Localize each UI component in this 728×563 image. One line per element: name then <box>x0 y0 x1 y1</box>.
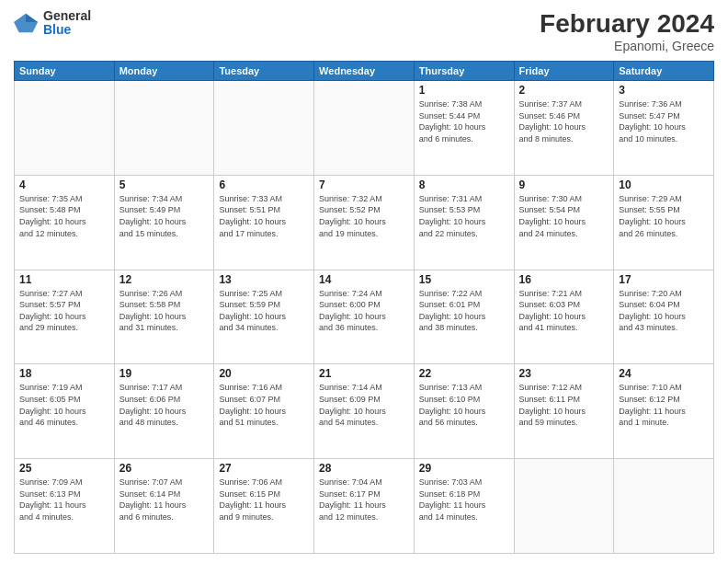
day-info: Sunrise: 7:13 AM Sunset: 6:10 PM Dayligh… <box>419 382 509 428</box>
day-info: Sunrise: 7:31 AM Sunset: 5:53 PM Dayligh… <box>419 193 509 239</box>
day-info: Sunrise: 7:24 AM Sunset: 6:00 PM Dayligh… <box>319 288 409 334</box>
calendar-cell: 13Sunrise: 7:25 AM Sunset: 5:59 PM Dayli… <box>214 270 314 364</box>
day-number: 3 <box>619 84 709 97</box>
calendar-header-monday: Monday <box>114 62 214 81</box>
day-info: Sunrise: 7:10 AM Sunset: 6:12 PM Dayligh… <box>619 382 709 428</box>
calendar-cell: 12Sunrise: 7:26 AM Sunset: 5:58 PM Dayli… <box>114 270 214 364</box>
calendar-cell: 2Sunrise: 7:37 AM Sunset: 5:46 PM Daylig… <box>514 81 614 176</box>
calendar-cell: 14Sunrise: 7:24 AM Sunset: 6:00 PM Dayli… <box>314 270 415 364</box>
calendar-week-row: 1Sunrise: 7:38 AM Sunset: 5:44 PM Daylig… <box>15 81 714 176</box>
calendar-cell: 24Sunrise: 7:10 AM Sunset: 6:12 PM Dayli… <box>614 364 714 459</box>
calendar-cell: 21Sunrise: 7:14 AM Sunset: 6:09 PM Dayli… <box>314 364 415 459</box>
calendar-table: SundayMondayTuesdayWednesdayThursdayFrid… <box>14 61 714 554</box>
day-info: Sunrise: 7:06 AM Sunset: 6:15 PM Dayligh… <box>219 477 309 523</box>
calendar-week-row: 18Sunrise: 7:19 AM Sunset: 6:05 PM Dayli… <box>15 364 714 459</box>
day-info: Sunrise: 7:27 AM Sunset: 5:57 PM Dayligh… <box>19 288 109 334</box>
subtitle: Epanomi, Greece <box>540 39 714 53</box>
logo-text: General Blue <box>43 9 91 38</box>
day-number: 8 <box>419 178 509 191</box>
calendar-cell <box>15 81 115 176</box>
day-info: Sunrise: 7:21 AM Sunset: 6:03 PM Dayligh… <box>519 288 609 334</box>
day-number: 1 <box>419 84 509 97</box>
calendar-header-tuesday: Tuesday <box>214 62 314 81</box>
day-info: Sunrise: 7:35 AM Sunset: 5:48 PM Dayligh… <box>19 193 109 239</box>
calendar-cell: 11Sunrise: 7:27 AM Sunset: 5:57 PM Dayli… <box>15 270 115 364</box>
day-info: Sunrise: 7:20 AM Sunset: 6:04 PM Dayligh… <box>619 288 709 334</box>
day-number: 27 <box>219 462 309 475</box>
calendar-cell: 3Sunrise: 7:36 AM Sunset: 5:47 PM Daylig… <box>614 81 714 176</box>
calendar-cell: 26Sunrise: 7:07 AM Sunset: 6:14 PM Dayli… <box>114 459 214 554</box>
calendar-cell <box>514 459 614 554</box>
logo-general: General <box>43 9 91 23</box>
day-number: 10 <box>619 178 709 191</box>
day-number: 19 <box>119 367 210 380</box>
day-number: 28 <box>319 462 409 475</box>
calendar-cell: 28Sunrise: 7:04 AM Sunset: 6:17 PM Dayli… <box>314 459 415 554</box>
logo: General Blue <box>14 9 91 38</box>
header: General Blue February 2024 Epanomi, Gree… <box>14 9 714 53</box>
calendar-cell: 23Sunrise: 7:12 AM Sunset: 6:11 PM Dayli… <box>514 364 614 459</box>
day-number: 17 <box>619 273 709 286</box>
logo-icon <box>14 10 40 36</box>
day-info: Sunrise: 7:14 AM Sunset: 6:09 PM Dayligh… <box>319 382 409 428</box>
day-number: 23 <box>519 367 609 380</box>
calendar-cell: 17Sunrise: 7:20 AM Sunset: 6:04 PM Dayli… <box>614 270 714 364</box>
calendar-header-friday: Friday <box>514 62 614 81</box>
calendar-cell: 20Sunrise: 7:16 AM Sunset: 6:07 PM Dayli… <box>214 364 314 459</box>
day-info: Sunrise: 7:07 AM Sunset: 6:14 PM Dayligh… <box>119 477 210 523</box>
day-number: 25 <box>19 462 109 475</box>
calendar-cell: 25Sunrise: 7:09 AM Sunset: 6:13 PM Dayli… <box>15 459 115 554</box>
day-info: Sunrise: 7:16 AM Sunset: 6:07 PM Dayligh… <box>219 382 309 428</box>
day-info: Sunrise: 7:38 AM Sunset: 5:44 PM Dayligh… <box>419 98 509 144</box>
day-info: Sunrise: 7:04 AM Sunset: 6:17 PM Dayligh… <box>319 477 409 523</box>
calendar-cell <box>214 81 314 176</box>
day-number: 26 <box>119 462 210 475</box>
calendar-cell: 16Sunrise: 7:21 AM Sunset: 6:03 PM Dayli… <box>514 270 614 364</box>
calendar-cell: 6Sunrise: 7:33 AM Sunset: 5:51 PM Daylig… <box>214 175 314 270</box>
day-info: Sunrise: 7:26 AM Sunset: 5:58 PM Dayligh… <box>119 288 210 334</box>
day-number: 22 <box>419 367 509 380</box>
page: General Blue February 2024 Epanomi, Gree… <box>0 0 728 563</box>
day-info: Sunrise: 7:32 AM Sunset: 5:52 PM Dayligh… <box>319 193 409 239</box>
day-number: 16 <box>519 273 609 286</box>
day-info: Sunrise: 7:29 AM Sunset: 5:55 PM Dayligh… <box>619 193 709 239</box>
day-number: 11 <box>19 273 109 286</box>
day-info: Sunrise: 7:30 AM Sunset: 5:54 PM Dayligh… <box>519 193 609 239</box>
calendar-cell: 4Sunrise: 7:35 AM Sunset: 5:48 PM Daylig… <box>15 175 115 270</box>
calendar-week-row: 25Sunrise: 7:09 AM Sunset: 6:13 PM Dayli… <box>15 459 714 554</box>
day-info: Sunrise: 7:17 AM Sunset: 6:06 PM Dayligh… <box>119 382 210 428</box>
calendar-cell: 10Sunrise: 7:29 AM Sunset: 5:55 PM Dayli… <box>614 175 714 270</box>
day-number: 15 <box>419 273 509 286</box>
day-number: 29 <box>419 462 509 475</box>
calendar-cell: 22Sunrise: 7:13 AM Sunset: 6:10 PM Dayli… <box>414 364 514 459</box>
main-title: February 2024 <box>540 9 714 39</box>
day-info: Sunrise: 7:37 AM Sunset: 5:46 PM Dayligh… <box>519 98 609 144</box>
calendar-header-wednesday: Wednesday <box>314 62 415 81</box>
svg-marker-0 <box>14 14 38 33</box>
day-info: Sunrise: 7:19 AM Sunset: 6:05 PM Dayligh… <box>19 382 109 428</box>
day-info: Sunrise: 7:22 AM Sunset: 6:01 PM Dayligh… <box>419 288 509 334</box>
day-info: Sunrise: 7:12 AM Sunset: 6:11 PM Dayligh… <box>519 382 609 428</box>
calendar-week-row: 11Sunrise: 7:27 AM Sunset: 5:57 PM Dayli… <box>15 270 714 364</box>
title-block: February 2024 Epanomi, Greece <box>540 9 714 53</box>
day-number: 13 <box>219 273 309 286</box>
day-info: Sunrise: 7:25 AM Sunset: 5:59 PM Dayligh… <box>219 288 309 334</box>
day-number: 5 <box>119 178 210 191</box>
day-info: Sunrise: 7:33 AM Sunset: 5:51 PM Dayligh… <box>219 193 309 239</box>
svg-marker-1 <box>26 14 38 22</box>
calendar-cell: 27Sunrise: 7:06 AM Sunset: 6:15 PM Dayli… <box>214 459 314 554</box>
calendar-cell <box>114 81 214 176</box>
day-info: Sunrise: 7:36 AM Sunset: 5:47 PM Dayligh… <box>619 98 709 144</box>
calendar-header-thursday: Thursday <box>414 62 514 81</box>
calendar-cell <box>614 459 714 554</box>
day-number: 7 <box>319 178 409 191</box>
calendar-week-row: 4Sunrise: 7:35 AM Sunset: 5:48 PM Daylig… <box>15 175 714 270</box>
calendar-cell: 29Sunrise: 7:03 AM Sunset: 6:18 PM Dayli… <box>414 459 514 554</box>
day-number: 24 <box>619 367 709 380</box>
calendar-cell: 5Sunrise: 7:34 AM Sunset: 5:49 PM Daylig… <box>114 175 214 270</box>
logo-blue: Blue <box>43 23 91 37</box>
day-number: 20 <box>219 367 309 380</box>
day-number: 21 <box>319 367 409 380</box>
day-number: 6 <box>219 178 309 191</box>
calendar-cell <box>314 81 415 176</box>
